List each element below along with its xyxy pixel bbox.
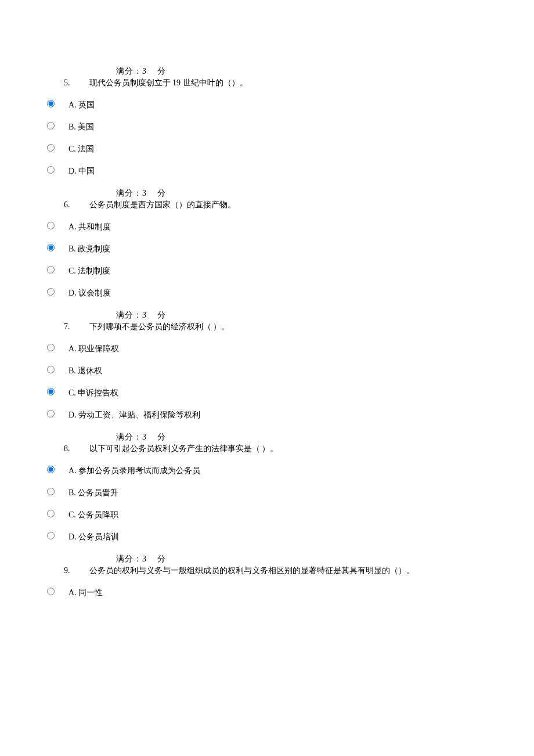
option-row: B. 退休权: [46, 366, 488, 376]
question-7: 7. 下列哪项不是公务员的经济权利（ ）。: [46, 322, 488, 332]
option-text: B. 退休权: [55, 366, 102, 376]
option-text: B. 美国: [55, 122, 94, 132]
option-row: A. 职业保障权: [46, 344, 488, 354]
score-line: 满分：3分: [46, 66, 488, 77]
option-text: A. 职业保障权: [55, 344, 119, 354]
option-radio[interactable]: [47, 166, 55, 174]
option-row: D. 劳动工资、津贴、福利保险等权利: [46, 410, 488, 420]
score-line: 满分：3分: [46, 554, 488, 564]
score-value: 3: [142, 433, 147, 441]
question-number: 5.: [64, 78, 87, 88]
option-text: C. 法制制度: [55, 266, 110, 276]
score-suffix: 分: [157, 189, 166, 197]
option-radio[interactable]: [47, 510, 55, 517]
score-prefix: 满分：: [116, 189, 142, 197]
option-text: B. 政党制度: [55, 244, 110, 254]
option-text: C. 公务员降职: [55, 510, 118, 520]
question-text: 下列哪项不是公务员的经济权利（ ）。: [89, 322, 230, 331]
score-suffix: 分: [157, 555, 166, 563]
option-text: B. 公务员晋升: [55, 488, 118, 498]
option-text: A. 同一性: [55, 588, 103, 598]
question-text: 公务员制度是西方国家（）的直接产物。: [89, 200, 236, 209]
option-radio[interactable]: [47, 410, 55, 417]
option-row: C. 公务员降职: [46, 510, 488, 520]
score-line: 满分：3分: [46, 188, 488, 199]
option-radio[interactable]: [47, 100, 55, 107]
option-text: A. 参加公务员录用考试而成为公务员: [55, 466, 200, 476]
score-suffix: 分: [157, 433, 166, 441]
option-text: A. 共和制度: [55, 222, 111, 232]
question-text: 公务员的权利与义务与一般组织成员的权利与义务相区别的显著特征是其具有明显的（）。: [89, 566, 414, 575]
option-radio[interactable]: [47, 244, 55, 251]
score-value: 3: [142, 67, 147, 75]
question-8: 8. 以下可引起公务员权利义务产生的法律事实是（ ）。: [46, 444, 488, 454]
option-row: C. 法国: [46, 144, 488, 154]
option-row: D. 中国: [46, 166, 488, 177]
option-row: A. 共和制度: [46, 222, 488, 232]
question-number: 9.: [64, 566, 87, 575]
question-6: 6. 公务员制度是西方国家（）的直接产物。: [46, 200, 488, 210]
option-text: D. 中国: [55, 166, 95, 177]
option-radio[interactable]: [47, 122, 55, 129]
option-row: B. 美国: [46, 122, 488, 132]
score-prefix: 满分：: [116, 67, 142, 75]
option-text: D. 公务员培训: [55, 532, 119, 542]
score-value: 3: [142, 555, 147, 563]
option-row: A. 英国: [46, 100, 488, 110]
score-value: 3: [142, 189, 147, 197]
option-text: A. 英国: [55, 100, 95, 110]
question-9: 9. 公务员的权利与义务与一般组织成员的权利与义务相区别的显著特征是其具有明显的…: [46, 566, 488, 576]
score-prefix: 满分：: [116, 433, 142, 441]
score-value: 3: [142, 311, 147, 319]
option-text: C. 法国: [55, 144, 94, 154]
option-radio[interactable]: [47, 488, 55, 495]
question-text: 以下可引起公务员权利义务产生的法律事实是（ ）。: [89, 444, 279, 453]
option-radio[interactable]: [47, 532, 55, 539]
option-text: D. 议会制度: [55, 288, 111, 298]
option-row: D. 议会制度: [46, 288, 488, 298]
option-row: C. 法制制度: [46, 266, 488, 276]
option-row: A. 参加公务员录用考试而成为公务员: [46, 466, 488, 476]
option-row: D. 公务员培训: [46, 532, 488, 542]
score-suffix: 分: [157, 311, 166, 319]
option-text: D. 劳动工资、津贴、福利保险等权利: [55, 410, 200, 420]
score-prefix: 满分：: [116, 555, 142, 563]
option-radio[interactable]: [47, 266, 55, 273]
question-text: 现代公务员制度创立于 19 世纪中叶的（）。: [89, 78, 248, 87]
question-number: 6.: [64, 200, 87, 210]
option-radio[interactable]: [47, 288, 55, 296]
option-radio[interactable]: [47, 466, 55, 473]
option-radio[interactable]: [47, 344, 55, 351]
option-radio[interactable]: [47, 144, 55, 152]
option-row: A. 同一性: [46, 588, 488, 598]
question-5: 5. 现代公务员制度创立于 19 世纪中叶的（）。: [46, 78, 488, 88]
question-number: 8.: [64, 444, 87, 453]
score-line: 满分：3分: [46, 432, 488, 442]
score-prefix: 满分：: [116, 311, 142, 319]
question-number: 7.: [64, 322, 87, 332]
option-radio[interactable]: [47, 222, 55, 229]
option-row: C. 申诉控告权: [46, 388, 488, 398]
option-row: B. 政党制度: [46, 244, 488, 254]
page-content: 满分：3分 5. 现代公务员制度创立于 19 世纪中叶的（）。 A. 英国 B.…: [0, 0, 534, 645]
option-radio[interactable]: [47, 588, 55, 595]
score-suffix: 分: [157, 67, 166, 75]
option-radio[interactable]: [47, 366, 55, 373]
option-radio[interactable]: [47, 388, 55, 395]
option-text: C. 申诉控告权: [55, 388, 118, 398]
option-row: B. 公务员晋升: [46, 488, 488, 498]
score-line: 满分：3分: [46, 310, 488, 321]
